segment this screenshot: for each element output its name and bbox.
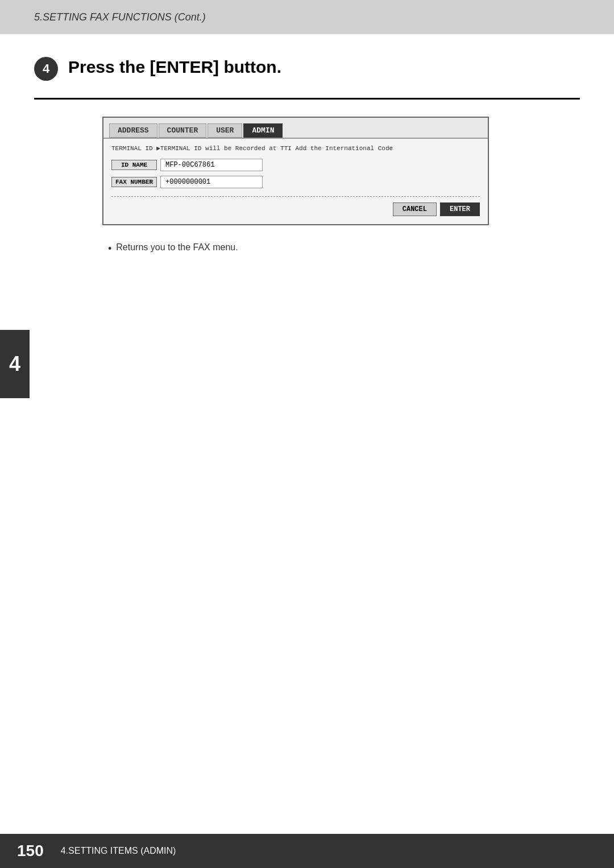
left-tab-number: 4 [9, 352, 20, 376]
tab-user[interactable]: USER [208, 123, 242, 138]
left-sidebar-tab: 4 [0, 330, 30, 398]
top-header: 5.SETTING FAX FUNCTIONS (Cont.) [0, 0, 614, 34]
id-name-label: ID NAME [111, 160, 157, 170]
page-number: 150 [17, 842, 44, 860]
enter-button[interactable]: ENTER [440, 202, 480, 216]
bullet-dot: • [108, 242, 111, 255]
fax-number-label: FAX NUMBER [111, 177, 157, 187]
id-name-row: ID NAME MFP-00C67861 [111, 159, 480, 171]
step-heading: 4 Press the [ENTER] button. [34, 57, 580, 81]
screen-body: TERMINAL ID ▶TERMINAL ID will be Recorde… [103, 139, 488, 224]
main-content: 4 Press the [ENTER] button. ADDRESS COUN… [0, 34, 614, 279]
cancel-button[interactable]: CANCEL [393, 202, 437, 216]
tab-admin[interactable]: ADMIN [243, 123, 283, 138]
fax-number-row: FAX NUMBER +0000000001 [111, 176, 480, 188]
bottom-footer: 150 4.SETTING ITEMS (ADMIN) [0, 834, 614, 868]
screen-info-text: TERMINAL ID ▶TERMINAL ID will be Recorde… [111, 144, 480, 153]
tab-address[interactable]: ADDRESS [109, 123, 157, 138]
step-title: Press the [ENTER] button. [68, 57, 281, 77]
bullet-note: • Returns you to the FAX menu. [108, 242, 580, 255]
footer-section-text: 4.SETTING ITEMS (ADMIN) [61, 846, 176, 856]
tab-counter[interactable]: COUNTER [159, 123, 207, 138]
step-number: 4 [34, 57, 58, 81]
screen-mockup: ADDRESS COUNTER USER ADMIN TERMINAL ID ▶… [102, 117, 489, 225]
bullet-note-text: Returns you to the FAX menu. [116, 242, 238, 253]
tab-bar: ADDRESS COUNTER USER ADMIN [103, 118, 488, 139]
screen-button-row: CANCEL ENTER [111, 196, 480, 216]
fax-number-value[interactable]: +0000000001 [160, 176, 263, 188]
header-text: 5.SETTING FAX FUNCTIONS (Cont.) [34, 11, 206, 23]
id-name-value[interactable]: MFP-00C67861 [160, 159, 263, 171]
heading-divider [34, 98, 580, 100]
